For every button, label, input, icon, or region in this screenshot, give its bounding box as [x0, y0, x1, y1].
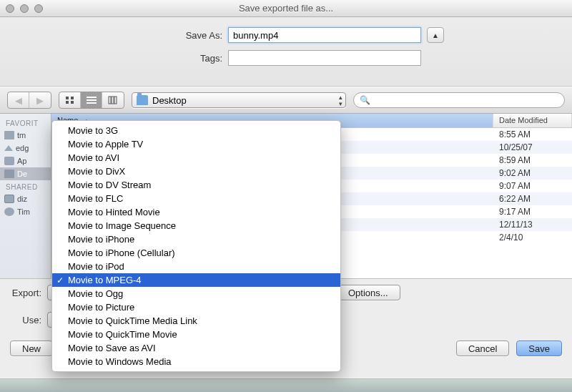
export-option[interactable]: Movie to QuickTime Movie: [52, 328, 340, 341]
location-label: Desktop: [152, 95, 187, 106]
export-option[interactable]: Movie to Picture: [52, 300, 340, 314]
tags-label: Tags:: [79, 53, 222, 64]
row-date: 12/11/13: [493, 220, 572, 230]
export-option[interactable]: Movie to FLC: [52, 192, 340, 205]
export-option[interactable]: Movie to DivX: [52, 165, 340, 178]
titlebar: Save exported file as...: [0, 0, 572, 17]
export-option[interactable]: Movie to Hinted Movie: [52, 205, 340, 219]
chevron-updown-icon: ▴▾: [339, 94, 342, 107]
folder-icon: [137, 95, 148, 105]
export-dropdown-menu[interactable]: Movie to 3GMovie to Apple TVMovie to AVI…: [51, 120, 341, 372]
list-view-button[interactable]: [81, 92, 102, 108]
svg-rect-8: [112, 97, 114, 104]
export-option[interactable]: Movie to MPEG-4: [52, 273, 340, 287]
file-toolbar: ◀ ▶ Desktop ▴▾ 🔍: [0, 87, 572, 114]
new-folder-button[interactable]: New: [10, 340, 53, 356]
export-option[interactable]: Movie to Image Sequence: [52, 219, 340, 232]
export-option[interactable]: Movie to iPhone: [52, 232, 340, 246]
export-option[interactable]: Movie to Windows Media: [52, 355, 340, 368]
export-option[interactable]: Movie to iPod: [52, 260, 340, 273]
sidebar-item[interactable]: tm: [0, 129, 51, 142]
svg-rect-1: [71, 97, 74, 99]
sidebar-item-label: Ap: [17, 157, 26, 165]
sidebar-header-favorites: FAVORIT: [0, 117, 51, 129]
svg-rect-4: [87, 97, 97, 98]
sidebar-item[interactable]: Tim: [0, 205, 51, 218]
search-input[interactable]: 🔍: [353, 92, 565, 108]
svg-rect-7: [109, 97, 111, 104]
export-option[interactable]: Movie to Save as AVI: [52, 341, 340, 355]
folder-icon: [4, 131, 14, 139]
row-date: 9:07 AM: [493, 181, 572, 191]
expand-dialog-button[interactable]: ▲: [427, 27, 444, 43]
row-date: 9:17 AM: [493, 207, 572, 217]
export-option[interactable]: Movie to QuickTime Media Link: [52, 314, 340, 328]
sidebar-item-label: De: [17, 170, 27, 178]
sidebar-item-label: diz: [17, 195, 27, 203]
sidebar-item-label: Tim: [17, 207, 30, 216]
svg-rect-3: [71, 101, 74, 104]
cancel-button[interactable]: Cancel: [456, 340, 509, 356]
sidebar-item[interactable]: edg: [0, 142, 51, 155]
row-date: 8:59 AM: [493, 155, 572, 165]
export-option[interactable]: Movie to iPhone (Cellular): [52, 246, 340, 260]
sidebar-item[interactable]: Ap: [0, 155, 51, 167]
back-button[interactable]: ◀: [8, 92, 29, 108]
view-mode-segment: [59, 92, 124, 109]
sidebar-item-label: tm: [17, 131, 26, 139]
location-popup[interactable]: Desktop ▴▾: [132, 92, 346, 108]
svg-rect-6: [87, 102, 97, 104]
save-as-input[interactable]: [228, 27, 421, 43]
row-date: 9:02 AM: [493, 168, 572, 178]
window-title: Save exported file as...: [0, 3, 572, 14]
row-date: 8:55 AM: [493, 129, 572, 139]
column-date-label: Date Modified: [499, 116, 548, 124]
save-as-label: Save As:: [79, 30, 222, 41]
export-option[interactable]: Movie to Apple TV: [52, 137, 340, 151]
sidebar-item[interactable]: De: [0, 167, 51, 180]
home-icon: [4, 145, 13, 151]
svg-rect-2: [66, 101, 69, 104]
svg-rect-9: [114, 97, 117, 104]
search-icon: 🔍: [360, 95, 370, 105]
row-date: 2/4/10: [493, 232, 572, 242]
export-option[interactable]: Movie to Ogg: [52, 287, 340, 300]
use-label: Use:: [9, 315, 41, 325]
svg-rect-5: [87, 99, 97, 101]
save-button[interactable]: Save: [516, 340, 562, 356]
export-option[interactable]: Movie to DV Stream: [52, 178, 340, 192]
row-date: 10/25/07: [493, 142, 572, 152]
options-button[interactable]: Options...: [336, 285, 400, 300]
forward-button[interactable]: ▶: [29, 92, 51, 108]
nav-back-forward: ◀ ▶: [7, 92, 51, 109]
column-view-button[interactable]: [102, 92, 124, 108]
time-icon: [4, 207, 14, 216]
app-icon: [4, 157, 14, 165]
desk-icon: [4, 170, 14, 178]
row-date: 6:22 AM: [493, 194, 572, 204]
icon-view-button[interactable]: [59, 92, 81, 108]
sidebar-header-shared: SHARED: [0, 180, 51, 192]
sidebar-item-label: edg: [16, 144, 29, 152]
export-option[interactable]: Movie to AVI: [52, 151, 340, 165]
disk-icon: [4, 195, 14, 203]
tags-input[interactable]: [228, 50, 421, 66]
column-date[interactable]: Date Modified: [493, 114, 572, 127]
sidebar: FAVORIT tmedgApDe SHARED dizTim: [0, 114, 51, 278]
export-label: Export:: [9, 288, 41, 298]
sidebar-item[interactable]: diz: [0, 192, 51, 205]
export-option[interactable]: Movie to 3G: [52, 124, 340, 137]
svg-rect-0: [66, 97, 69, 99]
